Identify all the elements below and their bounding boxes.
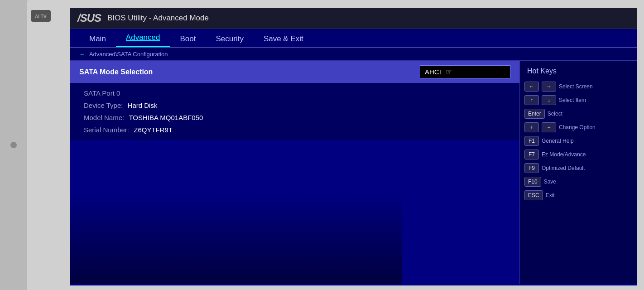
sata-mode-row[interactable]: SATA Mode Selection AHCI ☞ <box>70 61 519 83</box>
nav-item-security[interactable]: Security <box>206 30 253 47</box>
key-button[interactable]: + <box>524 122 539 132</box>
nav-bar: Main Advanced Boot Security Save & Exit <box>70 29 637 48</box>
key-button[interactable]: Enter <box>524 109 545 119</box>
breadcrumb-path: Advanced\SATA Configuration <box>89 51 168 58</box>
hotkeys-container: ←→Select Screen↑↓Select ItemEnterSelect+… <box>524 82 637 200</box>
key-button[interactable]: F10 <box>524 177 541 187</box>
bios-title: BIOS Utility - Advanced Mode <box>107 14 209 23</box>
sata-port-label: SATA Port 0 <box>84 89 120 97</box>
nav-item-boot[interactable]: Boot <box>170 30 206 47</box>
detail-section: SATA Port 0 Device Type: Hard Disk Model… <box>70 83 519 140</box>
device-type-label: Device Type: <box>84 102 123 109</box>
sata-mode-value-text: AHCI <box>425 68 441 76</box>
side-dot <box>10 142 17 148</box>
model-name-value: TOSHIBA MQ01ABF050 <box>129 114 203 121</box>
serial-number-label: Serial Number: <box>84 126 129 134</box>
hotkey-row: F1General Help <box>524 136 637 146</box>
ai-tv-badge: AI TV <box>31 10 51 22</box>
key-description: Select <box>548 111 562 117</box>
key-button[interactable]: F9 <box>524 163 539 173</box>
hotkey-row: F9Optimized Default <box>524 163 637 173</box>
key-description: Select Item <box>559 97 586 103</box>
nav-item-advanced[interactable]: Advanced <box>116 29 170 47</box>
sata-mode-value-box[interactable]: AHCI ☞ <box>420 65 510 78</box>
asus-logo: /SUS <box>77 12 101 24</box>
key-button[interactable]: − <box>542 122 556 132</box>
key-button[interactable]: → <box>542 82 556 92</box>
key-button[interactable]: F1 <box>524 136 539 146</box>
hotkey-row: +−Change Option <box>524 122 637 132</box>
hotkeys-sidebar: Hot Keys ←→Select Screen↑↓Select ItemEnt… <box>519 61 637 284</box>
model-name-label: Model Name: <box>84 114 124 121</box>
bios-screen: /SUS BIOS Utility - Advanced Mode Main A… <box>70 8 637 285</box>
bottom-overlay <box>70 193 402 284</box>
nav-item-save-exit[interactable]: Save & Exit <box>254 30 313 47</box>
breadcrumb-arrow: ← <box>79 51 85 58</box>
key-description: Change Option <box>559 124 596 130</box>
header-bar: /SUS BIOS Utility - Advanced Mode <box>70 8 637 29</box>
key-description: General Help <box>542 138 574 144</box>
cursor-icon: ☞ <box>446 68 452 76</box>
key-button[interactable]: ESC <box>524 190 543 200</box>
nav-item-main[interactable]: Main <box>79 30 116 47</box>
key-description: Select Screen <box>559 83 593 90</box>
key-button[interactable]: ← <box>524 82 539 92</box>
device-type-row: Device Type: Hard Disk <box>84 102 506 109</box>
serial-number-row: Serial Number: Z6QYTFR9T <box>84 126 506 134</box>
key-button[interactable]: ↑ <box>524 95 539 105</box>
hotkey-row: F7Ez Mode/Advance <box>524 150 637 160</box>
key-button[interactable]: F7 <box>524 150 539 160</box>
key-description: Optimized Default <box>542 165 585 171</box>
key-description: Ez Mode/Advance <box>542 151 586 158</box>
key-description: Exit <box>546 192 555 198</box>
sata-port-row: SATA Port 0 <box>84 89 506 97</box>
content-area: SATA Mode Selection AHCI ☞ SATA Port 0 D… <box>70 61 637 284</box>
hotkey-row: ←→Select Screen <box>524 82 637 92</box>
main-content: SATA Mode Selection AHCI ☞ SATA Port 0 D… <box>70 61 519 284</box>
sata-mode-label: SATA Mode Selection <box>79 68 153 76</box>
serial-number-value: Z6QYTFR9T <box>134 126 173 134</box>
key-description: Save <box>544 179 556 185</box>
hotkey-row: EnterSelect <box>524 109 637 119</box>
key-button[interactable]: ↓ <box>542 95 556 105</box>
monitor-bezel: /SUS BIOS Utility - Advanced Mode Main A… <box>27 0 644 290</box>
hotkey-row: ESCExit <box>524 190 637 200</box>
hotkey-row: F10Save <box>524 177 637 187</box>
left-bezel <box>0 0 27 290</box>
device-type-value: Hard Disk <box>128 102 158 109</box>
breadcrumb: ← Advanced\SATA Configuration <box>70 48 637 61</box>
model-name-row: Model Name: TOSHIBA MQ01ABF050 <box>84 114 506 121</box>
hotkey-row: ↑↓Select Item <box>524 95 637 105</box>
hotkeys-title: Hot Keys <box>524 67 637 75</box>
